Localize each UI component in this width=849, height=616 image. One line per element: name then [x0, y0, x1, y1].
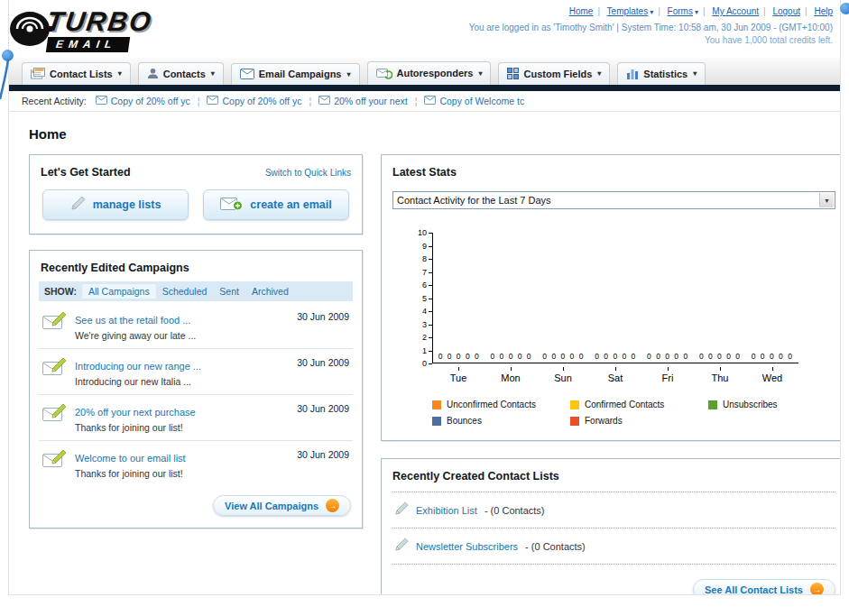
- get-started-title: Let's Get Started: [41, 166, 131, 179]
- tab-label: Email Campaigns: [259, 69, 342, 79]
- bar-values: 0 0 0 0 0: [694, 352, 746, 361]
- switch-quick-links-link[interactable]: Switch to Quick Links: [265, 168, 351, 178]
- custom-fields-icon: [507, 68, 519, 79]
- recent-activity-item[interactable]: Copy of 20% off yc: [207, 96, 301, 106]
- chevron-down-icon: ▾: [346, 70, 350, 78]
- campaign-row[interactable]: Welcome to our email list Thanks for joi…: [39, 441, 353, 486]
- campaign-row[interactable]: See us at the retail food ... We're givi…: [39, 303, 353, 349]
- filter-all-campaigns[interactable]: All Campaigns: [82, 284, 156, 299]
- view-all-campaigns-button[interactable]: View All Campaigns →: [213, 495, 351, 516]
- campaign-date: 30 Jun 2009: [297, 357, 349, 387]
- manage-lists-label: manage lists: [93, 198, 161, 211]
- chevron-down-icon: ▾: [693, 69, 697, 78]
- top-nav: Home| Templates▾| Forms▾| My Account| Lo…: [469, 6, 833, 16]
- contact-activity-chart: 10 9 8 7 6 5 4 3 2 1: [416, 233, 839, 383]
- y-tick: 8: [422, 255, 432, 262]
- top-link-label: Forms: [668, 6, 693, 16]
- stats-dropdown-value: Contact Activity for the Last 7 Days: [393, 195, 551, 206]
- activity-item-label: Copy of 20% off yc: [111, 96, 190, 106]
- bar-values: 0 0 0 0 0: [590, 352, 642, 361]
- recent-campaigns-panel: Recently Edited Campaigns SHOW: All Camp…: [29, 250, 363, 529]
- see-all-contact-lists-label: See All Contact Lists: [705, 584, 803, 595]
- legend-label: Unconfirmed Contacts: [447, 400, 536, 409]
- logo-subtitle: EMAIL: [46, 37, 131, 52]
- campaign-title-link[interactable]: See us at the retail food ...: [75, 315, 190, 326]
- recent-activity-item[interactable]: Copy of 20% off yc: [96, 96, 190, 106]
- legend-label: Forwards: [585, 416, 623, 426]
- top-link-help[interactable]: Help: [814, 6, 833, 16]
- chart-value-labels: 0 0 0 0 0 0 0 0 0 0 0 0 0 0 0 0 0 0 0 0 …: [433, 352, 798, 361]
- campaign-subtitle: Introducing our new Italia ...: [75, 376, 281, 387]
- filter-archived[interactable]: Archived: [245, 284, 295, 299]
- credits-info: You have 1,000 total credits left.: [469, 35, 833, 45]
- manage-lists-button[interactable]: manage lists: [42, 189, 189, 220]
- y-tick: 2: [422, 334, 432, 341]
- y-tick: 3: [422, 321, 432, 328]
- stats-activity-dropdown[interactable]: Contact Activity for the Last 7 Days ▼: [392, 191, 835, 209]
- campaign-date: 30 Jun 2009: [297, 311, 349, 341]
- see-all-contact-lists-button[interactable]: See All Contact Lists →: [693, 579, 835, 595]
- top-link-forms[interactable]: Forms▾: [668, 6, 698, 16]
- link-separator: |: [703, 6, 706, 16]
- main-content: Home Let's Get Started Switch to Quick L…: [9, 112, 840, 595]
- tab-statistics[interactable]: Statistics ▾: [617, 62, 706, 85]
- tab-contact-lists[interactable]: Contact Lists ▾: [22, 62, 131, 85]
- app-window: TURBO EMAIL Home| Templates▾| Forms▾| My…: [0, 0, 849, 616]
- tab-autoresponders[interactable]: Autoresponders ▾: [367, 61, 492, 85]
- legend-confirmed: Confirmed Contacts: [570, 400, 708, 409]
- campaign-title-link[interactable]: Welcome to our email list: [75, 453, 186, 464]
- tab-custom-fields[interactable]: Custom Fields ▾: [498, 62, 610, 85]
- bar-values: 0 0 0 0 0: [746, 352, 798, 361]
- contact-list-row[interactable]: Newsletter Subscribers - (0 Contacts): [392, 529, 835, 565]
- view-all-campaigns-label: View All Campaigns: [225, 501, 318, 511]
- recent-contact-lists-panel: Recently Created Contact Lists Exhibitio…: [381, 458, 841, 595]
- campaign-title-link[interactable]: 20% off your next purchase: [75, 407, 196, 418]
- recent-activity-item[interactable]: Copy of Welcome tc: [424, 96, 524, 106]
- top-link-logout[interactable]: Logout: [772, 6, 800, 16]
- campaign-edit-icon: [42, 403, 67, 433]
- latest-stats-panel: Latest Stats Contact Activity for the La…: [381, 154, 841, 441]
- contact-lists-icon: [31, 68, 45, 79]
- top-link-home[interactable]: Home: [569, 6, 594, 16]
- recent-campaigns-title: Recently Edited Campaigns: [41, 262, 189, 274]
- contact-lists: Exhibition List - (0 Contacts) Newslette…: [392, 492, 835, 565]
- activity-separator: ¦: [415, 96, 418, 106]
- chevron-down-icon: ▾: [118, 69, 122, 78]
- contact-list-link[interactable]: Exhibition List: [416, 505, 477, 516]
- nav-divider-bar: [9, 85, 840, 91]
- x-tick: Sat: [589, 369, 641, 383]
- contact-list-link[interactable]: Newsletter Subscribers: [416, 541, 518, 552]
- legend-bounces: Bounces: [432, 416, 570, 426]
- tab-label: Statistics: [643, 69, 688, 79]
- campaign-edit-icon: [42, 357, 67, 387]
- page-frame: TURBO EMAIL Home| Templates▾| Forms▾| My…: [8, 0, 841, 595]
- top-link-my-account[interactable]: My Account: [712, 6, 759, 16]
- recent-activity-label: Recent Activity:: [22, 96, 87, 106]
- create-email-button[interactable]: create an email: [203, 189, 349, 220]
- envelope-icon: [424, 96, 436, 106]
- chevron-down-icon: ▾: [695, 8, 698, 16]
- x-tick: Tue: [432, 369, 484, 383]
- dropdown-arrow-icon: ▼: [819, 193, 834, 207]
- campaign-row[interactable]: 20% off your next purchase Thanks for jo…: [39, 395, 353, 441]
- contact-list-row[interactable]: Exhibition List - (0 Contacts): [392, 492, 835, 529]
- legend-unsubscribes: Unsubscribes: [708, 400, 841, 409]
- campaign-row[interactable]: Introducing our new range ... Introducin…: [39, 349, 353, 395]
- filter-sent[interactable]: Sent: [213, 284, 245, 299]
- envelope-icon: [207, 96, 218, 106]
- chevron-down-icon: ▾: [597, 69, 601, 78]
- envelope-plus-icon: [220, 196, 243, 214]
- filter-scheduled[interactable]: Scheduled: [156, 284, 214, 299]
- recent-activity-item[interactable]: 20% off your next: [318, 96, 408, 106]
- activity-separator: ¦: [309, 96, 311, 106]
- tab-email-campaigns[interactable]: Email Campaigns ▾: [231, 63, 360, 85]
- campaign-subtitle: Thanks for joining our list!: [75, 468, 281, 479]
- statistics-icon: [626, 68, 639, 79]
- campaign-filter-bar: SHOW: All Campaigns Scheduled Sent Archi…: [39, 281, 353, 301]
- campaign-subtitle: Thanks for joining our list!: [75, 422, 281, 433]
- top-link-templates[interactable]: Templates▾: [607, 6, 654, 16]
- campaign-title-link[interactable]: Introducing our new range ...: [75, 361, 201, 372]
- right-column: Latest Stats Contact Activity for the La…: [381, 154, 841, 595]
- tab-contacts[interactable]: Contacts ▾: [138, 62, 224, 85]
- y-tick: 6: [422, 281, 432, 289]
